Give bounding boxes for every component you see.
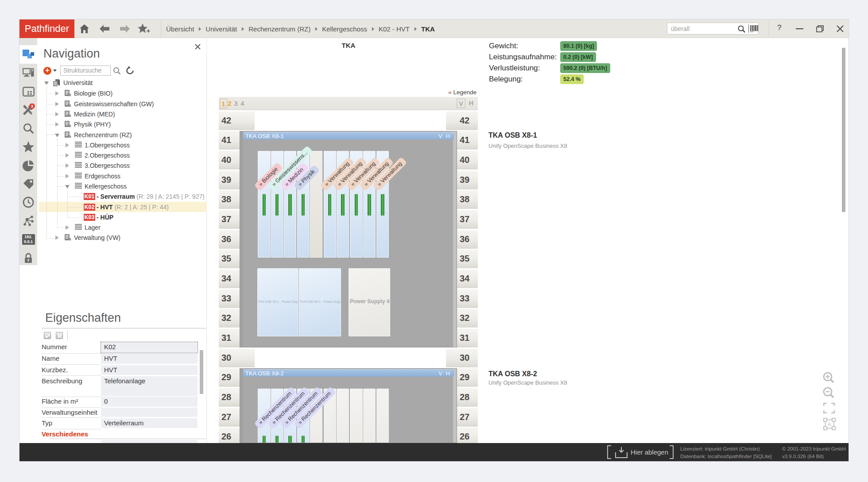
svg-text:A: A	[828, 421, 832, 428]
svg-text:3: 3	[31, 104, 33, 108]
